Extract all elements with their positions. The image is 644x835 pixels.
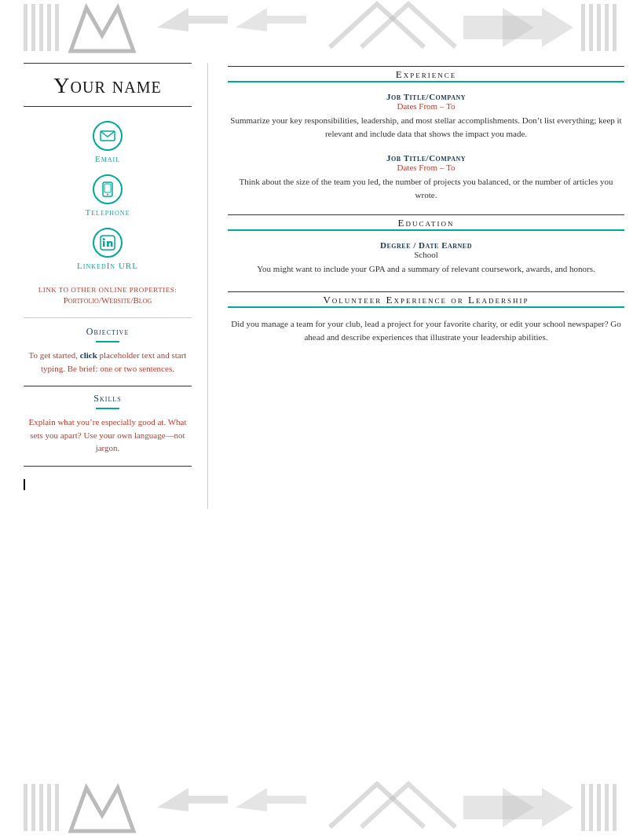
svg-point-21	[103, 238, 105, 240]
linkedin-label: LinkedIn URL	[77, 261, 138, 270]
svg-marker-29	[236, 788, 306, 811]
experience-section-header: Experience	[228, 66, 624, 82]
job-entry-2: Job Title/Company Dates From – To Think …	[228, 153, 624, 202]
svg-marker-7	[236, 8, 306, 31]
volunteer-text: Did you manage a team for your club, lea…	[228, 317, 624, 344]
svg-marker-27	[71, 788, 134, 831]
online-links: Link to other online properties: Portfol…	[24, 281, 192, 305]
svg-rect-1	[31, 4, 35, 51]
sidebar-name-divider	[24, 106, 192, 107]
volunteer-bottom-line	[228, 306, 624, 308]
click-word: click	[80, 350, 97, 360]
objective-teal-line	[96, 341, 119, 342]
job-entry-1: Job Title/Company Dates From – To Summar…	[228, 92, 624, 141]
svg-marker-9	[503, 8, 573, 47]
svg-rect-4	[55, 4, 59, 51]
svg-rect-11	[589, 4, 593, 51]
education-bottom-line	[228, 229, 624, 231]
svg-marker-6	[157, 8, 228, 31]
svg-rect-10	[581, 4, 585, 51]
job-title-2: Job Title/Company	[228, 153, 624, 163]
education-top-line	[228, 214, 624, 215]
svg-rect-34	[597, 784, 601, 831]
edu-desc: You might want to include your GPA and a…	[228, 262, 624, 276]
svg-rect-20	[103, 241, 105, 247]
svg-rect-33	[589, 784, 593, 831]
online-links-label: Link to other online properties:	[38, 286, 177, 294]
linkedin-icon	[93, 228, 123, 258]
svg-rect-25	[47, 784, 51, 831]
svg-rect-12	[597, 4, 601, 51]
objective-text: To get started, click placeholder text a…	[24, 349, 192, 375]
svg-marker-5	[71, 8, 134, 51]
volunteer-top-line	[228, 291, 624, 292]
svg-rect-14	[613, 4, 617, 51]
sidebar: Your name Email	[0, 63, 208, 509]
skills-teal-line	[96, 408, 119, 409]
footer-banner	[0, 780, 644, 835]
email-icon	[93, 121, 123, 151]
experience-top-line	[228, 66, 624, 67]
objective-section: Objective To get started, click placehol…	[24, 326, 192, 375]
online-links-value: Portfolio/Website/Blog	[24, 295, 192, 305]
education-entry-1: Degree / Date Earned School You might wa…	[228, 240, 624, 276]
volunteer-section-header: Volunteer Experience or Leadership	[228, 291, 624, 308]
telephone-label: Telephone	[85, 207, 130, 217]
svg-rect-0	[24, 4, 27, 51]
header-banner	[0, 0, 644, 55]
main-content: Your name Email	[0, 55, 644, 509]
svg-rect-2	[39, 4, 43, 51]
degree-title: Degree / Date Earned	[228, 240, 624, 250]
svg-rect-22	[24, 784, 27, 831]
objective-title: Objective	[24, 326, 192, 338]
sidebar-sep-1	[24, 317, 192, 318]
job-dates-2: Dates From – To	[228, 163, 624, 172]
job-dates-1: Dates From – To	[228, 101, 624, 111]
telephone-icon	[93, 174, 123, 204]
svg-rect-13	[605, 4, 609, 51]
school-name: School	[228, 250, 624, 259]
svg-point-18	[107, 194, 108, 196]
contact-telephone: Telephone	[24, 174, 192, 217]
svg-marker-28	[157, 788, 228, 811]
sidebar-top-line	[24, 63, 192, 64]
sidebar-sep-3	[24, 466, 192, 467]
your-name-heading: Your name	[24, 73, 192, 98]
experience-bottom-line	[228, 81, 624, 82]
svg-rect-26	[55, 784, 59, 831]
experience-title: Experience	[228, 68, 624, 81]
svg-rect-35	[605, 784, 609, 831]
job-desc-1: Summarize your key responsibilities, lea…	[228, 114, 624, 141]
resume-page: Your name Email	[0, 0, 644, 835]
svg-rect-17	[104, 184, 111, 192]
education-section-header: Education	[228, 214, 624, 231]
svg-rect-3	[47, 4, 51, 51]
skills-title: Skills	[24, 393, 192, 405]
svg-rect-36	[613, 784, 617, 831]
contact-linkedin: LinkedIn URL	[24, 228, 192, 270]
svg-rect-23	[31, 784, 35, 831]
education-title: Education	[228, 217, 624, 229]
svg-marker-31	[503, 788, 573, 827]
sidebar-sep-2	[24, 386, 192, 386]
svg-rect-32	[581, 784, 585, 831]
email-label: Email	[95, 154, 120, 163]
text-cursor	[24, 479, 25, 490]
main-right: Experience Job Title/Company Dates From …	[208, 63, 644, 509]
contact-email: Email	[24, 121, 192, 163]
svg-rect-24	[39, 784, 43, 831]
volunteer-title: Volunteer Experience or Leadership	[228, 294, 624, 306]
skills-text: Explain what you’re especially good at. …	[24, 416, 192, 455]
skills-section: Skills Explain what you’re especially go…	[24, 393, 192, 455]
job-desc-2: Think about the size of the team you led…	[228, 175, 624, 202]
job-title-1: Job Title/Company	[228, 92, 624, 101]
